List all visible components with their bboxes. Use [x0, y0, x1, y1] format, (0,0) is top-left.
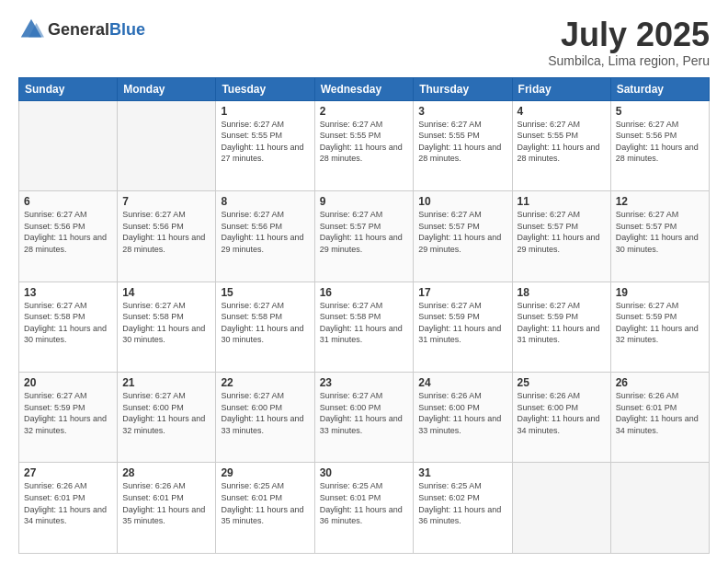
day-info: Sunrise: 6:27 AMSunset: 5:58 PMDaylight:… — [221, 300, 309, 346]
day-number: 29 — [221, 466, 309, 479]
calendar-day-cell: 7Sunrise: 6:27 AMSunset: 5:56 PMDaylight… — [118, 191, 216, 282]
day-number: 21 — [122, 376, 210, 389]
calendar-day-cell: 19Sunrise: 6:27 AMSunset: 5:59 PMDayligh… — [610, 282, 709, 372]
calendar-day-cell: 9Sunrise: 6:27 AMSunset: 5:57 PMDaylight… — [314, 191, 414, 282]
day-number: 6 — [24, 195, 112, 208]
calendar-day-cell: 22Sunrise: 6:27 AMSunset: 6:00 PMDayligh… — [216, 373, 314, 463]
column-header-thursday: Thursday — [414, 77, 512, 100]
day-number: 4 — [518, 105, 606, 118]
day-info: Sunrise: 6:27 AMSunset: 5:56 PMDaylight:… — [221, 209, 309, 255]
day-info: Sunrise: 6:26 AMSunset: 6:01 PMDaylight:… — [122, 480, 210, 526]
day-number: 8 — [221, 195, 309, 208]
day-number: 10 — [418, 195, 506, 208]
logo-blue-text: Blue — [109, 20, 145, 40]
calendar-day-cell — [512, 463, 610, 554]
calendar-week-row: 13Sunrise: 6:27 AMSunset: 5:58 PMDayligh… — [19, 282, 710, 372]
day-info: Sunrise: 6:27 AMSunset: 5:55 PMDaylight:… — [518, 119, 606, 165]
day-info: Sunrise: 6:26 AMSunset: 6:01 PMDaylight:… — [616, 390, 704, 436]
calendar-header-row: SundayMondayTuesdayWednesdayThursdayFrid… — [19, 77, 710, 100]
day-info: Sunrise: 6:27 AMSunset: 5:56 PMDaylight:… — [616, 119, 704, 165]
day-number: 18 — [518, 286, 606, 299]
day-number: 11 — [518, 195, 606, 208]
day-info: Sunrise: 6:25 AMSunset: 6:01 PMDaylight:… — [221, 480, 309, 526]
calendar-day-cell: 11Sunrise: 6:27 AMSunset: 5:57 PMDayligh… — [512, 191, 610, 282]
calendar-day-cell: 23Sunrise: 6:27 AMSunset: 6:00 PMDayligh… — [314, 373, 414, 463]
day-info: Sunrise: 6:27 AMSunset: 5:56 PMDaylight:… — [24, 209, 112, 255]
calendar-day-cell: 13Sunrise: 6:27 AMSunset: 5:58 PMDayligh… — [19, 282, 118, 372]
column-header-friday: Friday — [512, 77, 610, 100]
calendar-day-cell: 14Sunrise: 6:27 AMSunset: 5:58 PMDayligh… — [118, 282, 216, 372]
day-number: 17 — [418, 286, 506, 299]
day-number: 19 — [616, 286, 704, 299]
day-number: 30 — [320, 466, 409, 479]
calendar-day-cell: 10Sunrise: 6:27 AMSunset: 5:57 PMDayligh… — [414, 191, 512, 282]
day-number: 3 — [418, 105, 506, 118]
calendar-week-row: 27Sunrise: 6:26 AMSunset: 6:01 PMDayligh… — [19, 463, 710, 554]
day-info: Sunrise: 6:27 AMSunset: 5:56 PMDaylight:… — [122, 209, 210, 255]
day-info: Sunrise: 6:27 AMSunset: 5:57 PMDaylight:… — [518, 209, 606, 255]
day-info: Sunrise: 6:25 AMSunset: 6:02 PMDaylight:… — [418, 480, 506, 526]
day-info: Sunrise: 6:27 AMSunset: 5:58 PMDaylight:… — [122, 300, 210, 346]
day-info: Sunrise: 6:27 AMSunset: 5:55 PMDaylight:… — [221, 119, 309, 165]
column-header-sunday: Sunday — [19, 77, 118, 100]
day-info: Sunrise: 6:27 AMSunset: 5:59 PMDaylight:… — [418, 300, 506, 346]
day-number: 26 — [616, 376, 704, 389]
calendar-day-cell: 4Sunrise: 6:27 AMSunset: 5:55 PMDaylight… — [512, 100, 610, 190]
calendar-day-cell: 27Sunrise: 6:26 AMSunset: 6:01 PMDayligh… — [19, 463, 118, 554]
day-info: Sunrise: 6:27 AMSunset: 5:58 PMDaylight:… — [24, 300, 112, 346]
main-title: July 2025 — [548, 17, 710, 53]
calendar-week-row: 6Sunrise: 6:27 AMSunset: 5:56 PMDaylight… — [19, 191, 710, 282]
day-info: Sunrise: 6:27 AMSunset: 5:57 PMDaylight:… — [418, 209, 506, 255]
calendar-day-cell: 24Sunrise: 6:26 AMSunset: 6:00 PMDayligh… — [414, 373, 512, 463]
calendar-week-row: 20Sunrise: 6:27 AMSunset: 5:59 PMDayligh… — [19, 373, 710, 463]
day-info: Sunrise: 6:27 AMSunset: 5:57 PMDaylight:… — [616, 209, 704, 255]
title-block: July 2025 Sumbilca, Lima region, Peru — [548, 17, 710, 68]
day-number: 23 — [320, 376, 409, 389]
day-number: 16 — [320, 286, 409, 299]
subtitle: Sumbilca, Lima region, Peru — [548, 53, 710, 68]
calendar-day-cell — [19, 100, 118, 190]
day-info: Sunrise: 6:27 AMSunset: 5:59 PMDaylight:… — [518, 300, 606, 346]
column-header-saturday: Saturday — [610, 77, 709, 100]
day-info: Sunrise: 6:27 AMSunset: 5:55 PMDaylight:… — [418, 119, 506, 165]
day-number: 14 — [122, 286, 210, 299]
calendar-day-cell — [610, 463, 709, 554]
calendar-day-cell — [118, 100, 216, 190]
page: General Blue July 2025 Sumbilca, Lima re… — [0, 0, 728, 563]
calendar-week-row: 1Sunrise: 6:27 AMSunset: 5:55 PMDaylight… — [19, 100, 710, 190]
day-info: Sunrise: 6:25 AMSunset: 6:01 PMDaylight:… — [320, 480, 409, 526]
calendar-day-cell: 26Sunrise: 6:26 AMSunset: 6:01 PMDayligh… — [610, 373, 709, 463]
calendar-day-cell: 28Sunrise: 6:26 AMSunset: 6:01 PMDayligh… — [118, 463, 216, 554]
calendar-day-cell: 30Sunrise: 6:25 AMSunset: 6:01 PMDayligh… — [314, 463, 414, 554]
header: General Blue July 2025 Sumbilca, Lima re… — [18, 17, 710, 68]
day-number: 9 — [320, 195, 409, 208]
calendar-day-cell: 2Sunrise: 6:27 AMSunset: 5:55 PMDaylight… — [314, 100, 414, 190]
calendar-day-cell: 31Sunrise: 6:25 AMSunset: 6:02 PMDayligh… — [414, 463, 512, 554]
calendar-day-cell: 1Sunrise: 6:27 AMSunset: 5:55 PMDaylight… — [216, 100, 314, 190]
calendar-table: SundayMondayTuesdayWednesdayThursdayFrid… — [18, 77, 710, 554]
calendar-day-cell: 6Sunrise: 6:27 AMSunset: 5:56 PMDaylight… — [19, 191, 118, 282]
day-number: 22 — [221, 376, 309, 389]
column-header-wednesday: Wednesday — [314, 77, 414, 100]
calendar-day-cell: 16Sunrise: 6:27 AMSunset: 5:58 PMDayligh… — [314, 282, 414, 372]
day-number: 28 — [122, 466, 210, 479]
column-header-monday: Monday — [118, 77, 216, 100]
column-header-tuesday: Tuesday — [216, 77, 314, 100]
day-number: 5 — [616, 105, 704, 118]
calendar-day-cell: 5Sunrise: 6:27 AMSunset: 5:56 PMDaylight… — [610, 100, 709, 190]
day-info: Sunrise: 6:26 AMSunset: 6:00 PMDaylight:… — [518, 390, 606, 436]
day-number: 1 — [221, 105, 309, 118]
day-info: Sunrise: 6:27 AMSunset: 6:00 PMDaylight:… — [320, 390, 409, 436]
day-info: Sunrise: 6:27 AMSunset: 6:00 PMDaylight:… — [122, 390, 210, 436]
logo: General Blue — [18, 17, 145, 42]
day-number: 7 — [122, 195, 210, 208]
day-info: Sunrise: 6:27 AMSunset: 5:58 PMDaylight:… — [320, 300, 409, 346]
calendar-day-cell: 15Sunrise: 6:27 AMSunset: 5:58 PMDayligh… — [216, 282, 314, 372]
calendar-day-cell: 25Sunrise: 6:26 AMSunset: 6:00 PMDayligh… — [512, 373, 610, 463]
calendar-day-cell: 3Sunrise: 6:27 AMSunset: 5:55 PMDaylight… — [414, 100, 512, 190]
day-info: Sunrise: 6:26 AMSunset: 6:01 PMDaylight:… — [24, 480, 112, 526]
day-info: Sunrise: 6:27 AMSunset: 6:00 PMDaylight:… — [221, 390, 309, 436]
day-info: Sunrise: 6:26 AMSunset: 6:00 PMDaylight:… — [418, 390, 506, 436]
day-info: Sunrise: 6:27 AMSunset: 5:59 PMDaylight:… — [24, 390, 112, 436]
calendar-day-cell: 21Sunrise: 6:27 AMSunset: 6:00 PMDayligh… — [118, 373, 216, 463]
